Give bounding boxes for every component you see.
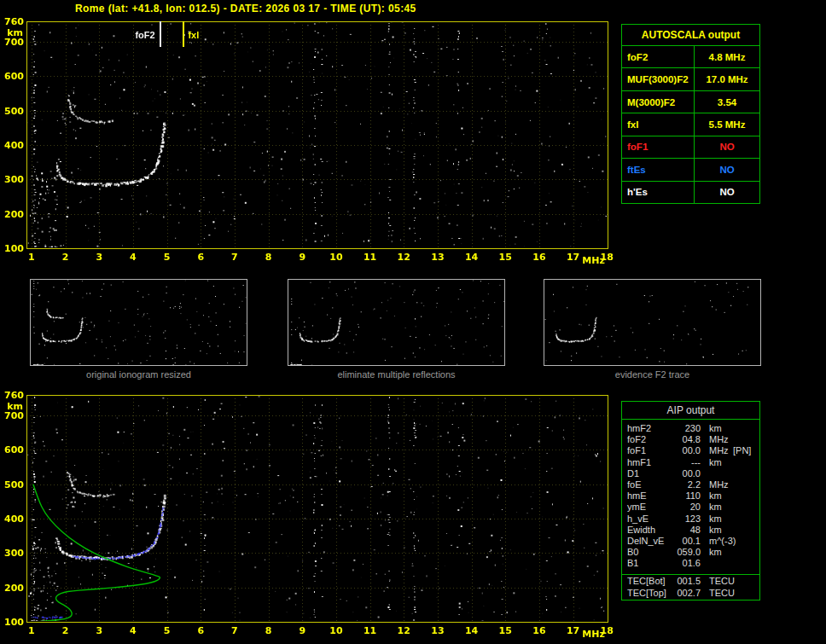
aip-row: hmE110km bbox=[622, 490, 759, 502]
aip-value: 002.7 bbox=[672, 588, 701, 599]
aip-param: TEC[Bot] bbox=[627, 576, 672, 587]
autoscala-row: foF1NO bbox=[622, 136, 759, 158]
aip-row: B101.6 bbox=[622, 558, 759, 569]
aip-param: DelN_vE bbox=[627, 536, 672, 547]
aip-row: foF204.8MHz bbox=[622, 434, 759, 445]
aip-param: TEC[Top] bbox=[627, 588, 672, 599]
aip-param: foF2 bbox=[627, 434, 672, 445]
aip-param: hmE bbox=[627, 490, 672, 502]
aip-value: 00.1 bbox=[672, 536, 701, 547]
autoscala-row: ftEsNO bbox=[622, 158, 759, 180]
aip-value: 04.8 bbox=[672, 434, 701, 445]
aip-param: Ewidth bbox=[627, 525, 672, 536]
aip-note bbox=[726, 558, 759, 569]
aip-value: 48 bbox=[672, 525, 701, 536]
autoscala-value: 5.5 MHz bbox=[694, 113, 759, 135]
aip-table-rows: hmF2230kmfoF204.8MHzfoF100.0MHz[PN]hmF1-… bbox=[622, 420, 759, 569]
aip-param: foE bbox=[627, 479, 672, 490]
aip-unit: MHz bbox=[701, 479, 726, 490]
fxl-marker-label: fxl bbox=[188, 30, 199, 40]
foF2-marker-line bbox=[160, 21, 161, 47]
aip-value: 00.0 bbox=[672, 468, 701, 479]
aip-note bbox=[726, 502, 759, 513]
aip-value: 20 bbox=[672, 502, 701, 513]
autoscala-row: fxl5.5 MHz bbox=[622, 113, 759, 135]
aip-row: TEC[Bot]001.5TECU bbox=[622, 576, 759, 587]
aip-note bbox=[726, 547, 759, 558]
autoscala-param: ftEs bbox=[622, 159, 694, 180]
aip-table-title: AIP output bbox=[622, 402, 759, 420]
aip-unit: MHz bbox=[701, 445, 726, 456]
aip-value: 110 bbox=[672, 490, 701, 502]
autoscala-table-rows: foF24.8 MHzMUF(3000)F217.0 MHzM(3000)F23… bbox=[622, 46, 759, 203]
aip-note bbox=[726, 434, 759, 445]
aip-note bbox=[726, 457, 759, 468]
aip-value: --- bbox=[672, 457, 701, 468]
autoscala-param: foF1 bbox=[622, 136, 694, 158]
autoscala-value: NO bbox=[694, 159, 759, 180]
aip-unit: TECU bbox=[701, 576, 726, 587]
mini-panel-original-ionogram bbox=[30, 279, 247, 366]
aip-note bbox=[726, 525, 759, 536]
autoscala-value: 17.0 MHz bbox=[694, 68, 759, 90]
aip-row: hmF1---km bbox=[622, 457, 759, 468]
aip-param: D1 bbox=[627, 468, 672, 479]
mini-panel-evidence-f2-trace bbox=[544, 279, 761, 366]
aip-param: B0 bbox=[627, 547, 672, 558]
aip-note bbox=[726, 479, 759, 490]
autoscala-output-table: AUTOSCALA output foF24.8 MHzMUF(3000)F21… bbox=[621, 24, 760, 204]
aip-note bbox=[726, 513, 759, 525]
aip-row: Ewidth48km bbox=[622, 525, 759, 536]
autoscala-value: NO bbox=[694, 136, 759, 158]
aip-unit: km bbox=[701, 457, 726, 468]
autoscala-row: foF24.8 MHz bbox=[622, 46, 759, 67]
autoscala-param: fxl bbox=[622, 113, 694, 135]
aip-unit: km bbox=[701, 502, 726, 513]
autoscala-value: 3.54 bbox=[694, 91, 759, 113]
aip-row: foE2.2MHz bbox=[622, 479, 759, 490]
aip-param: hmF1 bbox=[627, 457, 672, 468]
aip-row: B0059.0km bbox=[622, 547, 759, 558]
aip-unit: km bbox=[701, 547, 726, 558]
aip-value: 001.5 bbox=[672, 576, 701, 587]
aip-value: 230 bbox=[672, 423, 701, 434]
aip-note: [PN] bbox=[726, 445, 759, 456]
page-title: Rome (lat: +41.8, lon: 012.5) - DATE: 20… bbox=[75, 3, 416, 15]
foF2-marker-label: foF2 bbox=[125, 30, 155, 40]
mini-panel-caption-3: evidence F2 trace bbox=[544, 369, 761, 380]
aip-value: 00.0 bbox=[672, 445, 701, 456]
aip-row: foF100.0MHz[PN] bbox=[622, 445, 759, 456]
aip-note bbox=[726, 536, 759, 547]
autoscala-table-title: AUTOSCALA output bbox=[622, 25, 759, 46]
aip-unit: km bbox=[701, 513, 726, 525]
aip-unit: km bbox=[701, 423, 726, 434]
autoscala-param: h'Es bbox=[622, 182, 694, 203]
aip-unit bbox=[701, 558, 726, 569]
aip-unit: MHz bbox=[701, 434, 726, 445]
aip-note bbox=[726, 468, 759, 479]
aip-value: 01.6 bbox=[672, 558, 701, 569]
autoscala-param: foF2 bbox=[622, 46, 694, 67]
aip-note bbox=[726, 423, 759, 434]
aip-note bbox=[726, 490, 759, 502]
aip-row: TEC[Top]002.7TECU bbox=[622, 588, 759, 599]
autoscala-row: M(3000)F23.54 bbox=[622, 90, 759, 113]
aip-value: 2.2 bbox=[672, 479, 701, 490]
aip-value: 059.0 bbox=[672, 547, 701, 558]
aip-row: D100.0 bbox=[622, 468, 759, 479]
autoscala-param: MUF(3000)F2 bbox=[622, 68, 694, 90]
fxl-marker-line bbox=[183, 21, 184, 47]
autoscala-row: MUF(3000)F217.0 MHz bbox=[622, 67, 759, 90]
aip-row: h_vE123km bbox=[622, 513, 759, 525]
autoscala-param: M(3000)F2 bbox=[622, 91, 694, 113]
aip-unit: km bbox=[701, 490, 726, 502]
aip-param: h_vE bbox=[627, 513, 672, 525]
aip-unit: km bbox=[701, 525, 726, 536]
aip-param: ymE bbox=[627, 502, 672, 513]
autoscala-row: h'EsNO bbox=[622, 181, 759, 203]
aip-unit bbox=[701, 468, 726, 479]
mini-panel-caption-1: original ionogram resized bbox=[30, 369, 247, 380]
aip-value: 123 bbox=[672, 513, 701, 525]
mini-panel-eliminate-reflections bbox=[288, 279, 505, 366]
mini-panel-caption-2: eliminate multiple reflections bbox=[288, 369, 505, 380]
